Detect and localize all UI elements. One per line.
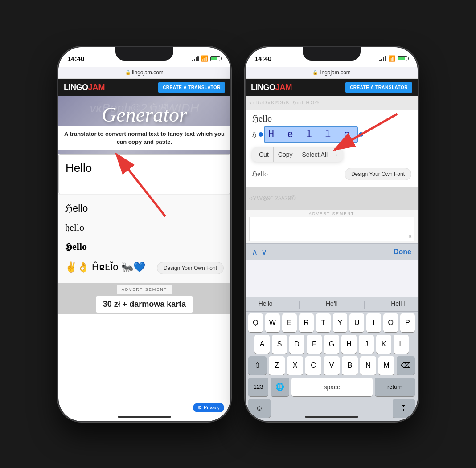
home-bar-1 — [118, 416, 171, 418]
bg-bar-text: oYW𝕳9⁻ 2ℎℎ29© — [249, 195, 296, 202]
ad-text: 30 zł + darmowa karta — [103, 300, 186, 309]
logo-2[interactable]: LINGOJAM — [251, 83, 292, 92]
result-text-4: ✌👌 ĤɐĿĬo 🐜💙 — [65, 261, 145, 273]
key-return[interactable]: return — [375, 378, 415, 396]
design-btn-2[interactable]: Design Your Own Font — [345, 168, 411, 180]
battery-icon — [210, 56, 222, 61]
notch — [115, 47, 173, 61]
bg-text: vкВoDvK©SiK ℌml HO© — [249, 100, 320, 106]
key-p[interactable]: P — [400, 313, 415, 332]
key-emoji[interactable]: ☺ — [248, 399, 271, 418]
input-box[interactable]: Hello — [58, 154, 230, 194]
autocorrect-1[interactable]: Hello — [259, 300, 273, 309]
result-row-4: ✌👌 ĤɐĿĬo 🐜💙 Design Your Own Font — [65, 256, 224, 278]
autocorrect-3[interactable]: Hell l — [391, 300, 405, 309]
key-shift[interactable]: ⇧ — [248, 356, 267, 375]
key-row-2: A S D F G H J K L — [246, 333, 418, 354]
autocorrect-bar: Hello | He'll | Hell l — [246, 297, 418, 312]
key-d[interactable]: D — [289, 335, 304, 354]
browser-bar-2[interactable]: 🔒 lingojam.com — [246, 67, 418, 79]
signal-icon-2 — [379, 56, 386, 61]
ad-banner-2: ℝ — [249, 217, 414, 241]
keyboard: Hello | He'll | Hell l Q W E R T Y U I O — [246, 297, 418, 421]
time-2: 14:40 — [254, 55, 271, 62]
toolbar-row: ∧ ∨ Done — [246, 243, 418, 260]
result-text-2: 𝔥ello — [65, 222, 84, 233]
results-section: ℌello 𝔥ello 𝕳ello ✌👌 ĤɐĿĬo 🐜💙 Design You… — [58, 194, 230, 283]
key-k[interactable]: K — [376, 335, 391, 354]
key-m[interactable]: M — [378, 356, 394, 375]
key-w[interactable]: W — [265, 313, 280, 332]
hello-fancy-output: ℌello — [252, 170, 268, 178]
cursor-right — [359, 132, 363, 137]
key-z[interactable]: Z — [269, 356, 285, 375]
create-translator-btn-2[interactable]: CREATE A TRANSLATOR — [345, 82, 412, 93]
logo-jam-2: JAM — [275, 83, 292, 92]
home-bar-2 — [305, 416, 358, 418]
key-r[interactable]: R — [299, 313, 314, 332]
key-j[interactable]: J — [359, 335, 374, 354]
generator-title: Generator — [65, 103, 224, 126]
key-e[interactable]: E — [282, 313, 297, 332]
hero-subtitle: A translator to convert normal text to f… — [58, 126, 230, 150]
key-t[interactable]: T — [316, 313, 331, 332]
key-q[interactable]: Q — [248, 313, 263, 332]
key-n[interactable]: N — [360, 356, 376, 375]
logo-lingo-2: LINGO — [251, 83, 275, 92]
result-row-2: 𝔥ello — [65, 218, 224, 237]
result-text-3: 𝕳ello — [65, 241, 87, 252]
autocorrect-2[interactable]: He'll — [326, 300, 338, 309]
arrow-up-icon[interactable]: ∧ — [252, 247, 258, 257]
context-cut[interactable]: Cut — [254, 147, 274, 162]
key-x[interactable]: X — [287, 356, 303, 375]
key-delete[interactable]: ⌫ — [397, 356, 415, 375]
key-h[interactable]: H — [341, 335, 357, 354]
status-icons-1: 📶 — [192, 55, 222, 62]
key-123[interactable]: 123 — [248, 378, 268, 396]
key-globe[interactable]: 🌐 — [271, 378, 289, 396]
key-o[interactable]: O — [383, 313, 398, 332]
lock-icon: 🔒 — [125, 70, 131, 75]
context-select-all[interactable]: Select All — [297, 147, 332, 162]
context-more-icon[interactable]: › — [332, 147, 340, 162]
logo-1[interactable]: LINGOJAM — [64, 83, 105, 92]
key-s[interactable]: S — [272, 335, 287, 354]
notch-2 — [303, 47, 361, 61]
key-l[interactable]: L — [394, 335, 409, 354]
gear-icon: ⚙ — [197, 405, 202, 411]
design-row: ℌello Design Your Own Font — [252, 167, 411, 184]
key-b[interactable]: B — [342, 356, 358, 375]
battery-icon-2 — [398, 56, 409, 61]
cursor-left — [259, 132, 263, 137]
output-area: ℌello ℌ H e l l o — [246, 110, 418, 187]
context-copy[interactable]: Copy — [274, 147, 298, 162]
status-icons-2: 📶 — [379, 55, 409, 62]
privacy-btn[interactable]: ⚙ Privacy — [193, 403, 224, 412]
design-btn-1[interactable]: Design Your Own Font — [157, 262, 224, 274]
scene: 14:40 📶 — [57, 46, 419, 422]
context-menu-area: Cut Copy Select All › — [252, 146, 411, 163]
selected-text-row: ℌ H e l l o — [252, 126, 411, 143]
key-row-3: ⇧ Z X C V B N M ⌫ — [246, 354, 418, 376]
key-i[interactable]: I — [366, 313, 381, 332]
key-c[interactable]: C — [305, 356, 321, 375]
phone-2: 14:40 📶 — [245, 46, 419, 422]
arrow-down-icon[interactable]: ∨ — [261, 247, 267, 257]
key-v[interactable]: V — [324, 356, 340, 375]
selected-text[interactable]: H e l l o — [264, 126, 358, 143]
key-space[interactable]: space — [291, 378, 373, 396]
key-a[interactable]: A — [254, 335, 270, 354]
create-translator-btn-1[interactable]: CREATE A TRANSLATOR — [158, 82, 225, 93]
url-1: lingojam.com — [132, 69, 164, 76]
browser-bar-1[interactable]: 🔒 lingojam.com — [58, 67, 230, 79]
context-menu: Cut Copy Select All › — [252, 147, 343, 162]
lock-icon-2: 🔒 — [312, 70, 318, 75]
key-f[interactable]: F — [307, 335, 322, 354]
key-g[interactable]: G — [324, 335, 339, 354]
done-btn[interactable]: Done — [394, 248, 411, 256]
ad-label-2: ADVERTISEMENT — [249, 212, 414, 216]
output-label: ℌello — [252, 113, 411, 124]
key-mic[interactable]: 🎙 — [393, 399, 415, 418]
key-u[interactable]: U — [349, 313, 364, 332]
key-y[interactable]: Y — [333, 313, 348, 332]
